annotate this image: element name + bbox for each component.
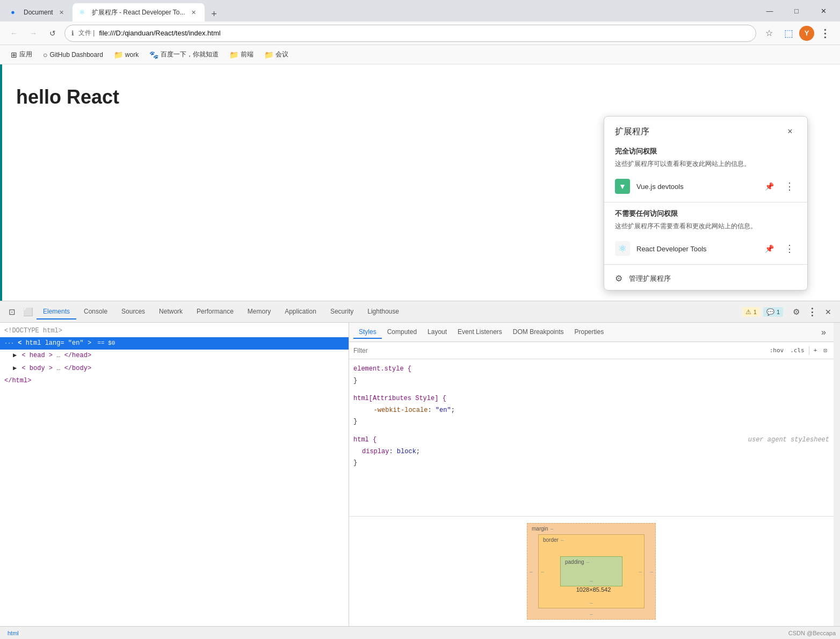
close-button[interactable]: ✕ <box>811 2 836 19</box>
refresh-button[interactable]: ↺ <box>45 26 60 41</box>
tab-performance[interactable]: Performance <box>190 304 240 320</box>
vue-devtools-pin[interactable]: 📌 <box>763 180 776 193</box>
tab-close-1[interactable]: ✕ <box>57 8 66 17</box>
margin-right-dash: – <box>650 569 653 575</box>
tab-security[interactable]: Security <box>324 304 360 320</box>
doctype-text: <!DOCTYPE html> <box>4 327 62 335</box>
border-right-dash: – <box>639 569 642 575</box>
watermark: CSDN @Beccapa <box>788 630 836 636</box>
work-folder-icon: 📁 <box>114 50 123 59</box>
devtools-settings-button[interactable]: ⚙ <box>788 304 803 320</box>
tab-lighthouse[interactable]: Lighthouse <box>361 304 405 320</box>
devtools-bottom-bar: html CSDN @Beccapa <box>0 626 840 639</box>
body-arrow[interactable]: ▶ <box>13 365 17 372</box>
dom-line-head[interactable]: ▶ < head > … </head> <box>0 350 349 362</box>
tab-favicon-2: ⚛ <box>79 8 88 17</box>
device-toolbar-button[interactable]: ⬜ <box>20 304 35 320</box>
hov-button[interactable]: :hov <box>767 346 786 355</box>
border-label: border <box>543 537 559 543</box>
extensions-button[interactable]: ⬚ <box>780 25 797 42</box>
bookmark-meeting[interactable]: 📁 会议 <box>260 48 293 61</box>
tab-application[interactable]: Application <box>278 304 323 320</box>
info-badge[interactable]: 💬 1 <box>763 307 783 317</box>
nav-actions: ☆ ⬚ Y ⋮ <box>761 25 834 42</box>
ext-full-access-desc: 这些扩展程序可以查看和更改此网站上的信息。 <box>604 158 807 173</box>
window-controls: — □ ✕ <box>757 2 836 19</box>
tab-elements[interactable]: Elements <box>37 304 76 320</box>
tab-react-devtools[interactable]: ⚛ 扩展程序 - React Developer To... ✕ <box>73 3 205 21</box>
styles-sub-tabs: Styles Computed Layout Event Listeners D… <box>349 323 834 342</box>
filter-actions: :hov .cls + ⊡ <box>767 346 829 355</box>
manage-extensions-link[interactable]: ⚙ 管理扩展程序 <box>604 267 807 290</box>
tab-network[interactable]: Network <box>153 304 189 320</box>
minimize-button[interactable]: — <box>757 2 782 19</box>
sub-tab-properties[interactable]: Properties <box>569 326 610 339</box>
tab-sources[interactable]: Sources <box>115 304 151 320</box>
ext-item-vue-devtools[interactable]: ▼ Vue.js devtools 📌 ⋮ <box>604 173 807 200</box>
sub-tab-dom-breakpoints[interactable]: DOM Breakpoints <box>508 326 569 339</box>
filter-separator <box>809 346 809 355</box>
bookmark-work[interactable]: 📁 work <box>110 48 143 61</box>
sub-tab-computed[interactable]: Computed <box>382 326 422 339</box>
bookmark-github[interactable]: ○ GitHub Dashboard <box>39 48 107 61</box>
filter-input[interactable] <box>353 347 763 354</box>
warning-badge[interactable]: ⚠ 1 <box>742 307 760 317</box>
profile-button[interactable]: Y <box>799 26 814 41</box>
head-arrow[interactable]: ▶ <box>13 352 17 359</box>
new-tab-button[interactable]: + <box>207 6 222 21</box>
vue-devtools-more[interactable]: ⋮ <box>783 178 796 194</box>
bookmark-apps[interactable]: ⊞ 应用 <box>6 48 37 61</box>
html-breadcrumb[interactable]: html <box>4 629 22 637</box>
bookmark-work-label: work <box>125 51 139 59</box>
bookmark-baidu[interactable]: 🐾 百度一下，你就知道 <box>145 48 223 61</box>
baidu-icon: 🐾 <box>149 50 158 59</box>
ext-item-react-devtools[interactable]: ⚛ React Developer Tools 📌 ⋮ <box>604 235 807 262</box>
cls-button[interactable]: .cls <box>788 346 807 355</box>
border-left-dash: – <box>541 569 544 575</box>
warning-count: 1 <box>754 309 757 315</box>
box-model-diagram: margin – border – padding – <box>527 523 656 620</box>
styles-content: element.style { } html[Attributes Style]… <box>349 359 834 516</box>
react-devtools-more[interactable]: ⋮ <box>783 241 796 257</box>
tab-title-2: 扩展程序 - React Developer To... <box>92 8 185 17</box>
sub-tab-event-listeners[interactable]: Event Listeners <box>452 326 508 339</box>
devtools-more-button[interactable]: ⋮ <box>805 304 820 320</box>
dom-line-body[interactable]: ▶ < body > … </body> <box>0 362 349 375</box>
react-devtools-pin[interactable]: 📌 <box>763 242 776 255</box>
devtools-scrollbar[interactable] <box>834 323 840 626</box>
dom-line-html[interactable]: ··· < html lang= "en" > == $0 <box>0 337 349 350</box>
devtools-close-button[interactable]: ✕ <box>821 304 836 320</box>
css-brace-1: } <box>353 375 357 387</box>
add-style-button[interactable]: + <box>812 346 820 355</box>
more-button[interactable]: ⋮ <box>816 25 834 42</box>
tab-document[interactable]: ● Document ✕ <box>4 3 73 21</box>
box-border: border – padding – 1028×85.542 <box>538 534 645 608</box>
apps-grid-icon: ⊞ <box>11 50 17 59</box>
tab-memory[interactable]: Memory <box>241 304 277 320</box>
tab-favicon-1: ● <box>11 8 19 17</box>
expand-panel-button[interactable]: ⊡ <box>821 346 829 355</box>
ext-close-button[interactable]: × <box>784 125 796 138</box>
dom-panel[interactable]: <!DOCTYPE html> ··· < html lang= "en" > … <box>0 323 349 626</box>
tab-close-2[interactable]: ✕ <box>190 8 198 17</box>
address-bar[interactable]: ℹ 文件 | file:///D:/qianduan/React/test/in… <box>64 25 756 42</box>
bookmark-frontend[interactable]: 📁 前端 <box>225 48 258 61</box>
info-count: 1 <box>777 309 780 315</box>
teal-accent <box>0 64 2 301</box>
margin-label: margin <box>532 526 548 532</box>
tab-console[interactable]: Console <box>77 304 114 320</box>
back-button[interactable]: ← <box>6 26 21 41</box>
css-rule-html-attrs: html[Attributes Style] { -webkit-locale … <box>353 393 829 428</box>
sub-tab-layout[interactable]: Layout <box>422 326 452 339</box>
sub-tab-styles[interactable]: Styles <box>353 326 382 339</box>
forward-button[interactable]: → <box>26 26 41 41</box>
dom-line-html-close: </html> <box>0 375 349 387</box>
devtools-body: <!DOCTYPE html> ··· < html lang= "en" > … <box>0 323 840 626</box>
inspect-element-button[interactable]: ⊡ <box>4 304 19 320</box>
tab-title-1: Document <box>24 9 53 16</box>
maximize-button[interactable]: □ <box>784 2 809 19</box>
styles-tabs-more[interactable]: » <box>818 325 829 339</box>
bookmark-button[interactable]: ☆ <box>761 25 778 42</box>
box-content: 1028×85.542 <box>593 589 594 590</box>
address-prefix: 文件 | <box>78 28 95 38</box>
